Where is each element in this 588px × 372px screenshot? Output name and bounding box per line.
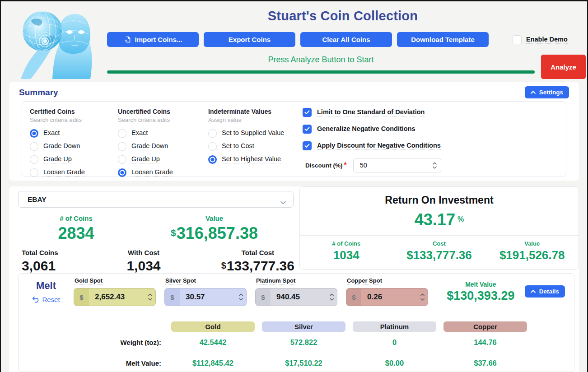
value-stat: Value $316,857.38: [134, 214, 294, 243]
platinum-spot-stepper[interactable]: [326, 288, 337, 306]
melt-value-stat: Melt Value $130,393.29: [437, 274, 525, 314]
app-logo: [17, 5, 99, 79]
copper-spot-stepper[interactable]: [417, 288, 428, 306]
dollar-prefix: $: [165, 288, 180, 306]
silver-spot-stepper[interactable]: [235, 288, 246, 306]
metals-header-row: Gold Silver Platinum Copper: [19, 321, 574, 332]
radio-icon[interactable]: [30, 155, 38, 164]
stepper-up-icon[interactable]: [148, 293, 152, 296]
checkbox-checked-icon[interactable]: [303, 108, 312, 117]
roi-value-label: Value: [485, 240, 579, 247]
silver-spot-value[interactable]: 30.57: [180, 288, 235, 306]
melt-spot-row: Melt Reset Gold Spot $ 2,652.43: [19, 274, 574, 314]
download-template-label: Download Template: [411, 36, 475, 43]
radio-icon[interactable]: [118, 129, 126, 138]
check-icon: [304, 127, 310, 131]
roi-num-coins-value: 1034: [300, 248, 393, 262]
clear-all-coins-button[interactable]: Clear All Coins: [300, 32, 392, 47]
gold-melt-value: $112,845.42: [192, 359, 233, 367]
radio-option-exact[interactable]: Exact: [30, 129, 118, 138]
page-title: Stuart's Coin Collection: [100, 9, 585, 23]
roi-cost-value: $133,777.36: [393, 248, 486, 262]
enable-demo-checkbox[interactable]: [513, 35, 522, 44]
radio-option-loosen-grade[interactable]: Loosen Grade: [30, 168, 118, 177]
radio-option-loosen-grade[interactable]: Loosen Grade: [118, 168, 208, 177]
checkbox-checked-icon[interactable]: [303, 141, 312, 150]
stepper-up-icon[interactable]: [239, 293, 243, 296]
summary-header-row: Summary Settings: [9, 82, 579, 101]
melt-header: Melt Reset: [19, 274, 74, 314]
copper-spot-value[interactable]: 0.26: [361, 288, 417, 306]
stepper-up-icon[interactable]: [433, 162, 437, 165]
dollar-prefix: $: [346, 288, 361, 306]
import-coins-label: Import Coins...: [135, 36, 182, 43]
group-title: Certified Coins: [30, 108, 118, 115]
silver-spot-input[interactable]: $ 30.57: [164, 288, 247, 306]
settings-button[interactable]: Settings: [525, 86, 569, 98]
radio-icon[interactable]: [30, 142, 38, 151]
radio-icon[interactable]: [208, 142, 217, 151]
num-coins-label: # of Coins: [18, 214, 134, 222]
discount-input[interactable]: [354, 162, 429, 169]
with-cost-stat: With Cost 1,034: [100, 249, 187, 274]
marketplace-selected-value: EBAY: [19, 195, 47, 204]
discount-label: Discount (%): [305, 162, 343, 169]
download-template-button[interactable]: Download Template: [397, 32, 489, 47]
platinum-spot-value[interactable]: 940.45: [271, 288, 326, 306]
copper-melt-value: $37.66: [474, 359, 496, 367]
roi-num-coins-label: # of Coins: [300, 240, 393, 247]
radio-option-set-to-highest-value[interactable]: Set to Highest Value: [208, 155, 300, 164]
radio-option-set-to-supplied-value[interactable]: Set to Supplied Value: [208, 129, 300, 138]
with-cost-label: With Cost: [128, 249, 159, 256]
radio-icon[interactable]: [208, 129, 217, 138]
total-coins-stat: Total Coins 3,061: [18, 249, 100, 274]
radio-option-grade-down[interactable]: Grade Down: [118, 142, 208, 151]
stepper-up-icon[interactable]: [330, 293, 334, 296]
stepper-down-icon[interactable]: [433, 166, 437, 169]
radio-option-grade-down[interactable]: Grade Down: [30, 142, 118, 151]
toolbar: Import Coins... Export Coins Clear All C…: [107, 32, 568, 47]
checkbox-checked-icon[interactable]: [303, 125, 312, 134]
analyze-button[interactable]: Analyze: [541, 55, 586, 79]
gold-spot-input[interactable]: $ 2,652.43: [74, 288, 156, 306]
radio-option-set-to-cost[interactable]: Set to Cost: [208, 142, 300, 151]
stepper-down-icon[interactable]: [239, 298, 243, 301]
stepper-down-icon[interactable]: [330, 298, 334, 301]
radio-icon[interactable]: [118, 168, 126, 177]
radio-icon[interactable]: [208, 155, 217, 164]
details-button[interactable]: Details: [525, 285, 565, 298]
radio-icon[interactable]: [30, 129, 38, 138]
copper-weight-value: 144.76: [474, 338, 496, 347]
stepper-down-icon[interactable]: [420, 298, 425, 301]
radio-option-exact[interactable]: Exact: [118, 129, 208, 138]
stepper-down-icon[interactable]: [148, 298, 152, 301]
import-coins-button[interactable]: Import Coins...: [107, 32, 199, 47]
radio-icon[interactable]: [30, 168, 38, 177]
marketplace-select[interactable]: EBAY: [18, 191, 294, 208]
group-title: Uncertified Coins: [118, 108, 208, 115]
radio-option-grade-up[interactable]: Grade Up: [118, 155, 208, 164]
marketplace-stats-primary: # of Coins 2834 Value $316,857.38: [18, 214, 294, 243]
apply-discount-option[interactable]: Apply Discount for Negative Conditions: [303, 141, 555, 150]
digital-human-globe-illustration: [17, 5, 99, 79]
enable-demo-toggle[interactable]: Enable Demo: [513, 35, 568, 44]
copper-spot-input[interactable]: $ 0.26: [346, 288, 428, 306]
limit-std-deviation-option[interactable]: Limit to One Standard of Deviation: [303, 108, 555, 117]
reset-spots-link[interactable]: Reset: [32, 296, 60, 303]
discount-stepper[interactable]: [429, 162, 441, 169]
total-coins-value: 3,061: [22, 258, 56, 274]
platinum-spot-input[interactable]: $ 940.45: [255, 288, 337, 306]
export-coins-button[interactable]: Export Coins: [204, 32, 295, 47]
value-amount: $316,857.38: [134, 224, 294, 243]
gold-spot-value[interactable]: 2,652.43: [89, 288, 145, 306]
radio-icon[interactable]: [118, 155, 126, 164]
num-coins-value: 2834: [18, 224, 134, 243]
radio-option-grade-up[interactable]: Grade Up: [30, 155, 118, 164]
stepper-up-icon[interactable]: [420, 293, 425, 296]
group-subtitle: Assign value: [208, 116, 300, 123]
radio-icon[interactable]: [118, 142, 126, 151]
generalize-negative-option[interactable]: Generalize Negative Conditions: [303, 125, 555, 134]
clear-all-coins-label: Clear All Coins: [322, 36, 370, 43]
gold-spot-stepper[interactable]: [145, 288, 155, 306]
platinum-column-header: Platinum: [353, 321, 436, 332]
